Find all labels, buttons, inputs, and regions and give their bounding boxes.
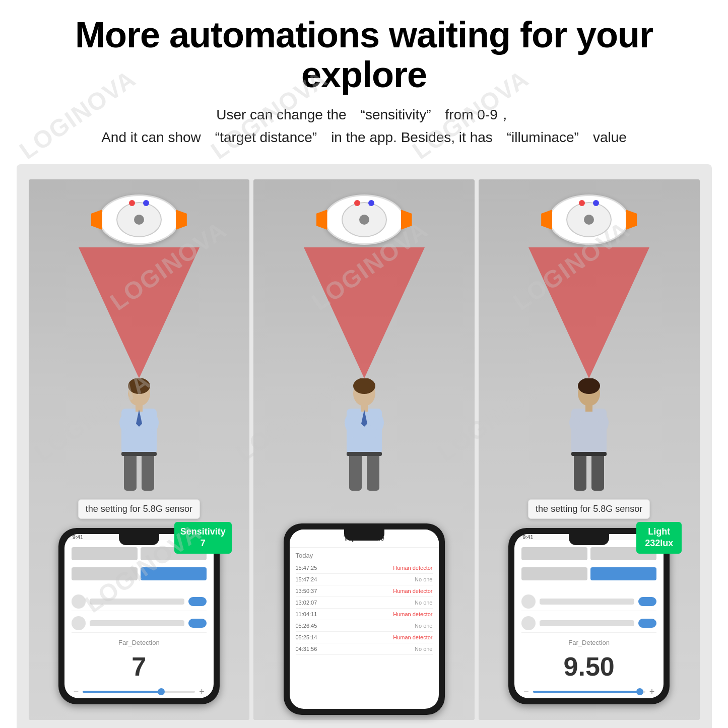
green-badge-3: Light 232lux	[636, 522, 682, 554]
log-entry: 13:50:37Human detector	[296, 585, 433, 597]
list-label-1	[90, 599, 184, 605]
phone-btn-3a	[521, 547, 587, 560]
log-time: 13:02:07	[296, 600, 317, 606]
led-blue-3	[593, 200, 599, 206]
log-entry: 04:31:56No one	[296, 643, 433, 655]
phone-mock-3: 9:41 ▪▪▪	[508, 528, 670, 704]
slider-plus-1[interactable]: +	[199, 687, 205, 697]
slider-minus-3[interactable]: −	[523, 687, 529, 697]
list-icon-2	[72, 616, 86, 630]
phone-wrapper-2: TopBar Title Today 15:47:25Human detecto…	[284, 514, 445, 715]
phone-row-btns-3b	[521, 567, 656, 580]
wing-left-3	[541, 210, 552, 230]
led-red-2	[354, 200, 360, 206]
list-label-3a	[540, 599, 634, 605]
svg-rect-14	[349, 453, 362, 491]
phone-content-1: Far_Detection 7 − +	[64, 540, 214, 698]
svg-rect-13	[349, 429, 379, 438]
log-content: Today 15:47:25Human detector15:47:24No o…	[290, 548, 439, 709]
person-figure-1	[106, 378, 172, 494]
slider-row-3: − +	[521, 687, 656, 697]
phone-log-screen: TopBar Title Today 15:47:25Human detecto…	[290, 530, 439, 709]
main-content: the setting for 5.8G sensor 9:41 ▪▪▪	[17, 164, 712, 728]
svg-rect-25	[571, 452, 607, 456]
svg-point-1	[128, 378, 150, 394]
subtitle-line1: User can change the “sensitivity” from 0…	[20, 104, 708, 126]
log-time: 05:26:45	[296, 623, 317, 629]
sensor-panel-1: the setting for 5.8G sensor 9:41 ▪▪▪	[29, 179, 250, 720]
phone-screen-1: 9:41 ▪▪▪	[64, 534, 214, 698]
slider-thumb-3	[636, 688, 643, 695]
svg-rect-5	[124, 453, 137, 491]
log-entries-container: 15:47:25Human detector15:47:24No one13:5…	[296, 562, 433, 655]
log-event: Human detector	[393, 634, 432, 640]
list-icon-3a	[521, 594, 536, 609]
phone-notch-2	[344, 530, 384, 541]
sensor-dot-1	[134, 215, 144, 225]
wing-right-2	[401, 210, 412, 230]
list-toggle-3a	[638, 597, 656, 606]
log-entry: 11:04:11Human detector	[296, 609, 433, 620]
log-time: 15:47:25	[296, 565, 317, 571]
phone-mock-2: TopBar Title Today 15:47:25Human detecto…	[284, 523, 445, 715]
main-title: More automations waiting for your explor…	[20, 15, 708, 95]
log-time: 13:50:37	[296, 588, 317, 594]
sensor-panel-3: the setting for 5.8G sensor 9:41 ▪▪▪	[479, 179, 700, 720]
slider-fill-3	[533, 691, 640, 693]
subtitle-line2: And it can show “target distance” in the…	[20, 126, 708, 149]
slider-1[interactable]	[83, 691, 195, 693]
phone-btn-1a	[72, 547, 138, 560]
sensor-dot-2	[359, 215, 369, 225]
green-badge-1: Sensitivity 7	[174, 522, 232, 554]
list-icon-3b	[521, 616, 536, 630]
phone-btn-3d	[590, 567, 656, 580]
wing-left-2	[316, 210, 327, 230]
sensor-dot-3	[584, 215, 594, 225]
svg-rect-22	[574, 429, 604, 438]
wing-left-1	[91, 210, 102, 230]
tooltip-3: the setting for 5.8G sensor	[528, 499, 650, 519]
list-toggle-3b	[638, 619, 656, 628]
detection-cone-2	[304, 247, 425, 378]
panel-content-3: the setting for 5.8G sensor 9:41 ▪▪▪	[479, 179, 700, 704]
list-icon-1	[72, 594, 86, 609]
svg-rect-4	[124, 429, 154, 438]
log-entry: 15:47:25Human detector	[296, 562, 433, 574]
svg-rect-23	[574, 453, 586, 491]
log-time: 05:25:14	[296, 634, 317, 640]
svg-rect-24	[591, 453, 604, 491]
slider-minus-1[interactable]: −	[74, 687, 79, 697]
detect-label-3: Far_Detection	[521, 639, 656, 646]
cone-area-3	[479, 250, 700, 494]
log-entry: 13:02:07No one	[296, 597, 433, 609]
wing-right-1	[176, 210, 187, 230]
phone-btn-1c	[72, 567, 138, 580]
log-time: 04:31:56	[296, 646, 317, 652]
svg-rect-15	[367, 453, 379, 491]
led-red-1	[129, 200, 135, 206]
device-inner-3	[566, 202, 612, 237]
list-toggle-2	[188, 619, 207, 628]
svg-point-19	[578, 378, 600, 394]
phone-list-2	[72, 614, 207, 633]
phone-mock-1: 9:41 ▪▪▪	[58, 528, 220, 704]
svg-rect-16	[347, 452, 382, 456]
log-entry: 05:25:14Human detector	[296, 632, 433, 643]
log-event: Human detector	[393, 565, 432, 571]
slider-3[interactable]	[533, 691, 645, 693]
sensor-device-1	[89, 189, 189, 250]
log-section-title: Today	[296, 552, 433, 559]
list-toggle-1	[188, 597, 207, 606]
panel-content-2: TopBar Title Today 15:47:25Human detecto…	[253, 179, 475, 715]
log-event: No one	[415, 623, 432, 629]
wing-right-3	[626, 210, 637, 230]
phone-list-1	[72, 592, 207, 611]
big-value-3: 9.50	[521, 651, 656, 682]
slider-plus-3[interactable]: +	[649, 687, 655, 697]
detection-cone-1	[79, 247, 200, 378]
svg-rect-7	[121, 452, 157, 456]
led-blue-1	[143, 200, 149, 206]
device-inner-2	[342, 202, 387, 237]
device-body-2	[324, 194, 405, 245]
list-label-3b	[540, 620, 634, 626]
